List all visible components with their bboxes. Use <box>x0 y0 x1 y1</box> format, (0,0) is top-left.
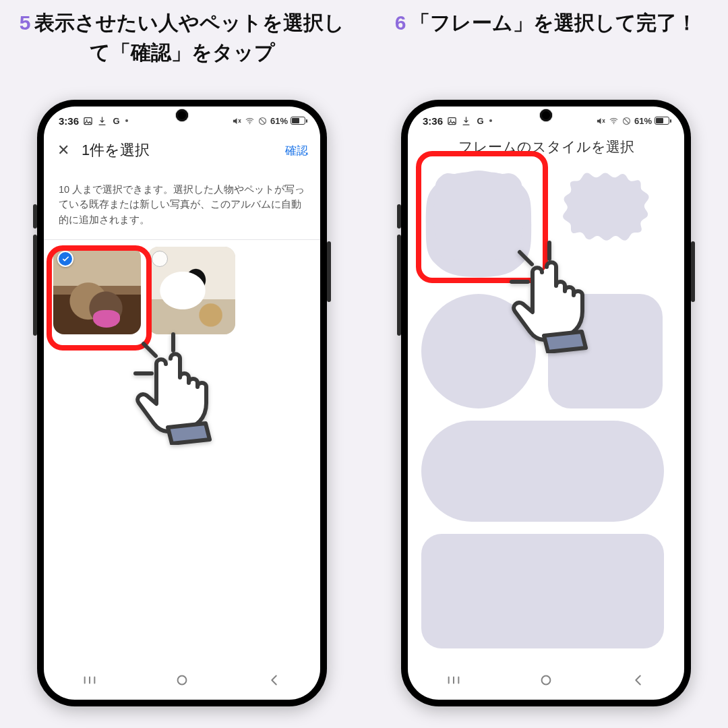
back-button[interactable] <box>631 673 646 690</box>
back-button[interactable] <box>267 673 282 690</box>
frame-option-seal[interactable] <box>548 167 663 282</box>
selection-description: 10 人まで選択できます。選択した人物やペットが写っている既存または新しい写真が… <box>44 167 320 238</box>
step5-number: 5 <box>20 11 31 34</box>
svg-point-1 <box>86 119 88 121</box>
frame-style-grid <box>408 160 684 655</box>
screen-left: 3:36 G <box>44 107 320 700</box>
android-nav-bar <box>408 667 684 700</box>
phone-power-button <box>691 241 695 302</box>
front-camera <box>540 109 552 121</box>
image-icon <box>83 116 93 126</box>
frame-style-title: フレームのスタイルを選択 <box>408 131 684 160</box>
image-icon <box>447 116 457 126</box>
phone-mockup-left: 3:36 G <box>37 100 327 706</box>
battery-icon <box>291 117 305 125</box>
step5-heading-text: 表示させたい人やペットを選択して「確認」をタップ <box>34 11 344 63</box>
phone-mockup-right: 3:36 G <box>401 100 691 706</box>
download-icon <box>97 116 107 126</box>
svg-point-2 <box>249 123 251 124</box>
mute-icon <box>232 116 242 126</box>
more-dot-icon <box>125 119 128 122</box>
close-button[interactable]: ✕ <box>56 142 71 159</box>
home-button[interactable] <box>539 673 553 690</box>
battery-percent: 61% <box>634 116 652 126</box>
more-dot-icon <box>489 119 492 122</box>
no-sim-icon <box>621 116 632 126</box>
pet-thumbnail-2[interactable] <box>148 247 235 334</box>
step6-number: 6 <box>395 11 406 34</box>
step6-heading-text: 「フレーム」を選択して完了！ <box>410 11 697 34</box>
selection-title: 1件を選択 <box>82 140 274 160</box>
svg-point-4 <box>178 676 187 685</box>
front-camera <box>176 109 188 121</box>
wifi-icon <box>245 116 255 126</box>
mute-icon <box>596 116 606 126</box>
status-time: 3:36 <box>423 115 443 127</box>
battery-percent: 61% <box>270 116 288 126</box>
recents-button[interactable] <box>82 673 97 690</box>
pet-thumbnail-1[interactable] <box>53 247 141 334</box>
wifi-icon <box>609 116 619 126</box>
confirm-button[interactable]: 確認 <box>285 143 308 158</box>
frame-option-rounded-square[interactable] <box>548 294 663 408</box>
phone-bixby-button <box>33 204 37 229</box>
pet-list <box>44 240 320 341</box>
phone-bixby-button <box>397 204 401 229</box>
battery-icon <box>655 117 669 125</box>
frame-option-pill[interactable] <box>421 421 664 522</box>
phone-volume-button <box>33 235 37 336</box>
google-icon: G <box>111 116 121 126</box>
android-nav-bar <box>44 667 320 700</box>
svg-point-6 <box>450 119 452 121</box>
step6-heading: 6「フレーム」を選択して完了！ <box>364 0 728 81</box>
phone-power-button <box>327 241 331 302</box>
frame-option-rounded-rect[interactable] <box>421 534 664 648</box>
frame-option-squircle[interactable] <box>421 167 536 282</box>
selection-header: ✕ 1件を選択 確認 <box>44 131 320 167</box>
phone-volume-button <box>397 235 401 336</box>
download-icon <box>461 116 471 126</box>
step5-heading: 5表示させたい人やペットを選択して「確認」をタップ <box>0 0 364 81</box>
screen-right: 3:36 G <box>408 107 684 700</box>
home-button[interactable] <box>175 673 189 690</box>
svg-point-7 <box>613 123 615 124</box>
google-icon: G <box>475 116 485 126</box>
no-sim-icon <box>257 116 268 126</box>
status-time: 3:36 <box>59 115 79 127</box>
recents-button[interactable] <box>446 673 461 690</box>
frame-option-circle[interactable] <box>421 294 536 408</box>
svg-point-9 <box>542 676 551 685</box>
